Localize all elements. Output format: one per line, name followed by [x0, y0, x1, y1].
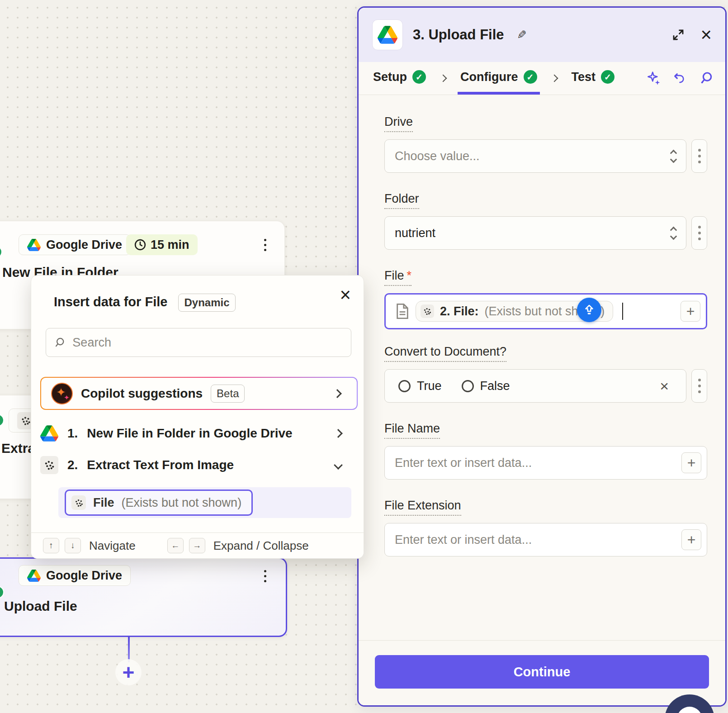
- token-prefix: 2. File:: [440, 304, 479, 318]
- chevron-right-icon: [333, 389, 342, 398]
- file-name-input[interactable]: [395, 456, 675, 470]
- card-menu-kebab[interactable]: [264, 239, 266, 254]
- chevron-right-icon: [334, 429, 343, 438]
- convert-field-menu[interactable]: [691, 369, 707, 403]
- app-pill-label: Google Drive: [46, 569, 122, 583]
- popup-title: Insert data for File Dynamic: [54, 294, 236, 312]
- folder-label: Folder: [384, 192, 419, 209]
- drive-select[interactable]: Choose value...: [384, 139, 686, 173]
- search-input[interactable]: [72, 336, 343, 350]
- upload-card[interactable]: Google Drive Upload File: [0, 557, 287, 637]
- card-menu-kebab[interactable]: [264, 570, 266, 585]
- select-chevrons-icon: [671, 228, 676, 239]
- upload-icon: [582, 303, 596, 317]
- file-extension-label: File Extension: [384, 499, 461, 516]
- dynamic-badge: Dynamic: [178, 294, 235, 312]
- collapse-left-button[interactable]: ←: [167, 538, 184, 553]
- expand-collapse-label: Expand / Collapse: [213, 539, 309, 553]
- token-label: File: [93, 496, 114, 510]
- close-panel-icon[interactable]: ×: [700, 25, 712, 44]
- configure-form: Drive Choose value... Folder nutrient: [359, 95, 725, 575]
- clear-value-icon[interactable]: ×: [660, 377, 669, 395]
- flow-connector: [128, 637, 130, 662]
- check-icon: ✓: [524, 70, 537, 84]
- item-label: Extract Text From Image: [87, 458, 234, 472]
- edit-title-icon[interactable]: ✎: [517, 28, 527, 42]
- extract-app-icon: [40, 456, 58, 474]
- insert-data-button[interactable]: +: [681, 529, 701, 550]
- file-extension-input[interactable]: [395, 533, 675, 547]
- clock-icon: [134, 239, 146, 251]
- expand-panel-icon[interactable]: [671, 28, 685, 42]
- drive-label: Drive: [384, 115, 413, 132]
- upload-card-title: Upload File: [4, 599, 77, 614]
- navigate-down-button[interactable]: ↓: [65, 538, 81, 553]
- data-source-item-1[interactable]: 1. New File in Folder in Google Drive: [40, 419, 358, 447]
- plus-icon: +: [686, 303, 695, 320]
- radio-true-label: True: [417, 379, 442, 393]
- up-arrow-icon: ↑: [49, 541, 53, 551]
- data-source-item-2[interactable]: 2. Extract Text From Image: [40, 451, 358, 479]
- copilot-suggestions-row[interactable]: ✦ ✦ Copilot suggestions Beta: [40, 377, 358, 410]
- chevron-right-icon: [550, 75, 558, 82]
- help-widget-inner: [677, 707, 702, 713]
- file-name-input-wrap: +: [384, 446, 707, 480]
- popup-footer: ↑ ↓ Navigate ← → Expand / Collapse: [31, 532, 364, 558]
- app-pill-google-drive[interactable]: Google Drive: [19, 234, 131, 255]
- radio-true[interactable]: [398, 380, 411, 392]
- navigate-label: Navigate: [89, 539, 136, 553]
- upload-file-badge: [577, 298, 601, 322]
- insert-data-popup: Insert data for File Dynamic × ✦ ✦ Copil…: [31, 275, 364, 559]
- file-name-label: File Name: [384, 422, 440, 439]
- navigate-up-button[interactable]: ↑: [43, 538, 59, 553]
- file-token-selected[interactable]: File (Exists but not shown): [65, 490, 253, 516]
- google-drive-icon: [40, 425, 58, 442]
- search-step-icon[interactable]: [699, 71, 714, 86]
- extract-app-icon: [71, 495, 86, 510]
- folder-select[interactable]: nutrient: [384, 216, 686, 250]
- tab-test[interactable]: Test ✓: [569, 62, 618, 95]
- timer-pill[interactable]: 15 min: [126, 234, 198, 255]
- convert-field: True False ×: [384, 369, 686, 403]
- text-cursor: [622, 303, 623, 320]
- file-input[interactable]: 2. File: (Exists but not shown) +: [384, 293, 707, 329]
- tab-configure[interactable]: Configure ✓: [458, 62, 540, 95]
- right-arrow-icon: →: [193, 541, 201, 551]
- expand-right-button[interactable]: →: [189, 538, 205, 553]
- extract-app-icon: [421, 304, 434, 318]
- app-pill-label: Google Drive: [46, 238, 122, 252]
- drive-field-menu[interactable]: [691, 139, 707, 173]
- panel-footer: Continue: [359, 640, 725, 705]
- check-icon: ✓: [412, 70, 426, 84]
- drive-placeholder: Choose value...: [395, 149, 480, 163]
- google-drive-icon: [27, 570, 41, 582]
- convert-label: Convert to Document?: [384, 345, 506, 362]
- left-arrow-icon: ←: [171, 541, 180, 551]
- step-status-dot: [0, 246, 2, 258]
- tab-setup[interactable]: Setup ✓: [370, 62, 429, 95]
- folder-value: nutrient: [395, 226, 435, 240]
- radio-false[interactable]: [462, 380, 474, 392]
- folder-field-menu[interactable]: [691, 216, 707, 250]
- step-tabbar: Setup ✓ Configure ✓ Test ✓: [359, 62, 725, 95]
- insert-data-button[interactable]: +: [681, 452, 701, 473]
- file-extension-input-wrap: +: [384, 523, 707, 556]
- plus-icon: +: [123, 662, 135, 683]
- required-asterisk: *: [407, 269, 412, 282]
- plus-icon: +: [687, 455, 696, 471]
- google-drive-icon: [27, 239, 41, 251]
- file-field-row: File (Exists but not shown): [58, 487, 351, 518]
- search-box[interactable]: [46, 328, 351, 357]
- continue-button[interactable]: Continue: [375, 655, 709, 689]
- close-icon[interactable]: ×: [340, 285, 351, 304]
- add-step-button[interactable]: +: [115, 659, 142, 685]
- item-number: 2.: [67, 458, 78, 472]
- step-status-dot: [0, 586, 4, 599]
- beta-badge: Beta: [211, 385, 245, 403]
- insert-data-button[interactable]: +: [681, 301, 700, 322]
- app-pill-google-drive[interactable]: Google Drive: [19, 565, 131, 586]
- undo-icon[interactable]: [673, 71, 687, 86]
- copilot-label: Copilot suggestions: [81, 386, 203, 401]
- ai-sparkle-icon[interactable]: [647, 71, 661, 86]
- chevron-right-icon: [440, 75, 447, 82]
